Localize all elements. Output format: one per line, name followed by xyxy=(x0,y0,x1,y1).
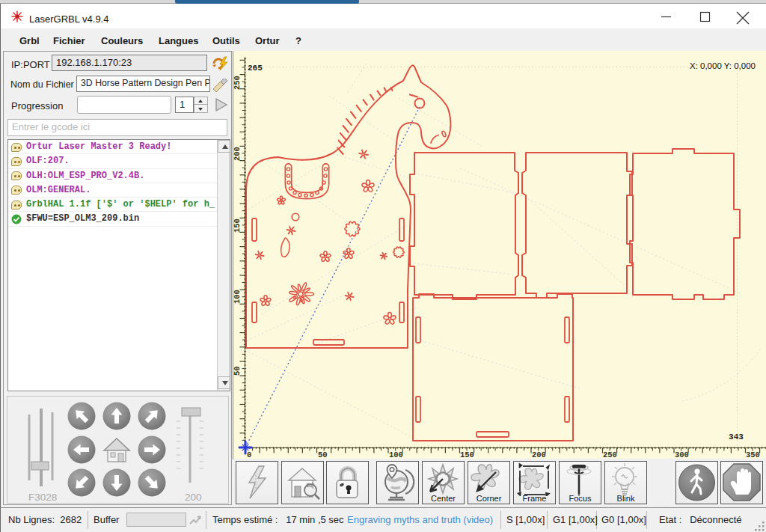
svg-text:300: 300 xyxy=(675,450,689,459)
svg-text:343: 343 xyxy=(729,432,744,441)
svg-text:X: 0,000 Y: 0,000: X: 0,000 Y: 0,000 xyxy=(690,61,756,70)
svg-text:200: 200 xyxy=(233,147,242,161)
svg-text:200: 200 xyxy=(185,492,202,503)
svg-text:250: 250 xyxy=(603,450,617,459)
svg-text:200: 200 xyxy=(532,450,546,459)
svg-text:150: 150 xyxy=(233,218,242,233)
svg-text:F3028: F3028 xyxy=(28,492,57,503)
svg-text:50: 50 xyxy=(233,366,242,376)
svg-text:100: 100 xyxy=(233,290,242,304)
svg-text:0: 0 xyxy=(247,450,251,459)
svg-text:150: 150 xyxy=(460,450,474,459)
svg-text:265: 265 xyxy=(248,64,263,73)
svg-text:350: 350 xyxy=(746,450,760,459)
svg-text:250: 250 xyxy=(233,76,242,90)
svg-text:50: 50 xyxy=(318,450,328,459)
svg-text:100: 100 xyxy=(389,450,403,459)
